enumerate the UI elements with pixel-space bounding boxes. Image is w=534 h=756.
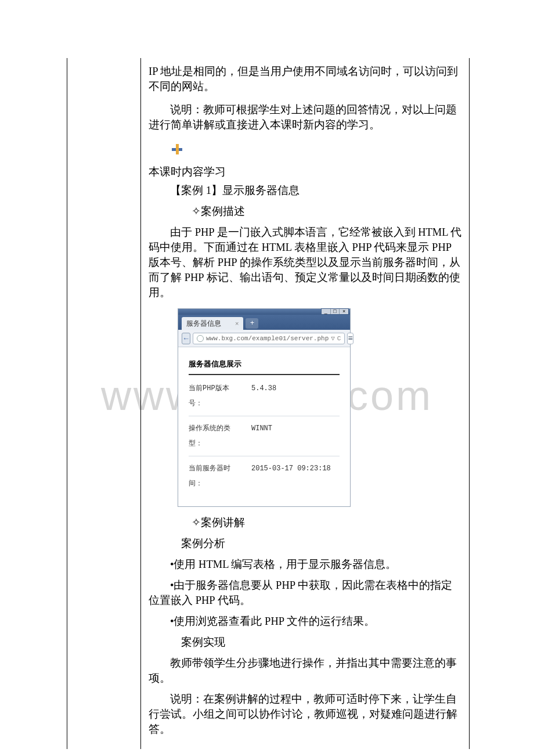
sub-impl-text: 案例实现	[181, 636, 225, 648]
sub-impl: 案例实现	[149, 635, 462, 650]
page-border: IP 地址是相同的，但是当用户使用不同域名访问时，可以访问到不同的网站。 说明：…	[67, 58, 470, 749]
sub-desc: ✧案例描述	[149, 204, 462, 219]
browser-titlebar: _ □ ×	[178, 309, 350, 315]
case-label: 【案例 1】显示服务器信息	[149, 183, 462, 198]
row-value: 5.4.38	[251, 381, 276, 411]
bullet-item: •使用 HTML 编写表格，用于显示服务器信息。	[149, 557, 462, 572]
new-tab-button[interactable]: +	[246, 318, 258, 329]
document-body: IP 地址是相同的，但是当用户使用不同域名访问时，可以访问到不同的网站。 说明：…	[149, 64, 462, 740]
browser-tabbar: 服务器信息 × +	[178, 315, 350, 330]
row-label: 当前PHP版本号：	[189, 381, 241, 411]
table-row: 当前PHP版本号： 5.4.38	[189, 376, 340, 416]
table-row: 操作系统的类型： WINNT	[189, 416, 340, 456]
browser-viewport: 服务器信息展示 当前PHP版本号： 5.4.38 操作系统的类型： WINNT …	[178, 347, 350, 506]
row-value: WINNT	[251, 421, 272, 451]
browser-toolbar: ← www.bxg.com/example01/server.php ▽ C ≡	[178, 330, 350, 347]
row-label: 操作系统的类型：	[189, 421, 241, 451]
maximize-icon[interactable]: □	[331, 309, 340, 314]
reload-icon[interactable]: C	[337, 331, 341, 346]
sub-explain: ✧案例讲解	[149, 515, 462, 530]
url-text: www.bxg.com/example01/server.php	[206, 331, 329, 346]
bullet-item: •使用浏览器查看此 PHP 文件的运行结果。	[149, 614, 462, 629]
minimize-icon[interactable]: _	[322, 309, 331, 314]
case-description: 由于 PHP 是一门嵌入式脚本语言，它经常被嵌入到 HTML 代码中使用。下面通…	[149, 225, 462, 300]
back-button[interactable]: ←	[182, 333, 190, 344]
tab-title: 服务器信息	[186, 316, 221, 331]
hamburger-menu-icon[interactable]: ≡	[347, 333, 353, 344]
sub-analysis-text: 案例分析	[181, 538, 225, 549]
page-heading: 服务器信息展示	[189, 357, 340, 375]
dropdown-icon[interactable]: ▽	[331, 331, 335, 346]
sub-desc-text: 案例描述	[201, 206, 245, 217]
sub-explain-text: 案例讲解	[201, 517, 245, 528]
section-heading: 本课时内容学习	[149, 164, 462, 179]
diamond-icon: ✧	[170, 515, 201, 530]
impl-p1: 教师带领学生分步骤地进行操作，并指出其中需要注意的事项。	[149, 656, 462, 686]
plus-icon	[172, 144, 182, 154]
intro-note: 说明：教师可根据学生对上述问题的回答情况，对以上问题进行简单讲解或直接进入本课时…	[149, 102, 462, 132]
browser-tab[interactable]: 服务器信息 ×	[182, 317, 243, 330]
row-value: 2015-03-17 09:23:18	[251, 461, 331, 491]
globe-icon	[197, 335, 204, 342]
intro-p1: IP 地址是相同的，但是当用户使用不同域名访问时，可以访问到不同的网站。	[149, 64, 462, 94]
table-row: 当前服务器时间： 2015-03-17 09:23:18	[189, 456, 340, 496]
sub-analysis: 案例分析	[149, 536, 462, 551]
impl-note: 说明：在案例讲解的过程中，教师可适时停下来，让学生自行尝试。小组之间可以协作讨论…	[149, 692, 462, 737]
diamond-icon: ✧	[170, 204, 201, 219]
close-icon[interactable]: ×	[340, 309, 348, 314]
window-controls: _ □ ×	[321, 308, 349, 315]
row-label: 当前服务器时间：	[189, 461, 241, 491]
column-divider	[140, 58, 141, 749]
address-bar[interactable]: www.bxg.com/example01/server.php ▽ C	[193, 333, 345, 344]
bullet-item: •由于服务器信息要从 PHP 中获取，因此需在表格中的指定位置嵌入 PHP 代码…	[149, 578, 462, 608]
browser-window: _ □ × 服务器信息 × + ← www.bxg.com/example01/…	[178, 308, 351, 507]
tab-close-icon[interactable]: ×	[235, 316, 239, 331]
